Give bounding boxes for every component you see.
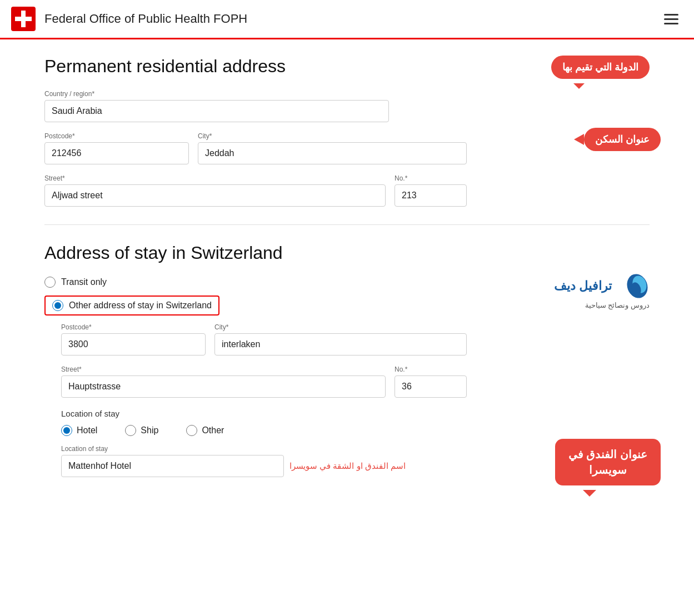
brand-logo: ترافيل ديف دروس ونصائح سياحية (554, 272, 650, 309)
ch-no-label: No.* (395, 365, 467, 373)
header-title: Federal Office of Public Health FOPH (44, 12, 660, 26)
transit-radio[interactable] (44, 277, 56, 288)
country-label: Country / region* (44, 90, 389, 98)
location-of-stay-title: Location of stay (61, 409, 650, 418)
ch-street-input[interactable] (61, 375, 386, 398)
hotel-option[interactable]: Hotel (61, 425, 97, 436)
menu-button[interactable] (660, 9, 683, 29)
ch-city-field-group: City* (214, 323, 467, 355)
hotel-label: Hotel (77, 425, 97, 435)
location-name-label: Location of stay (61, 445, 406, 453)
postcode-field-group: Postcode* (44, 132, 189, 164)
country-field-group: Country / region* (44, 90, 389, 122)
hotel-name-annotation: اسم الفندق او الشقة في سويسرا (289, 461, 406, 471)
brand-icon (616, 272, 650, 300)
no-field-group: No.* (395, 174, 467, 207)
ch-street-field-group: Street* (61, 365, 386, 398)
permanent-address-section: Permanent residential address Country / … (44, 56, 650, 207)
location-of-stay-section: Location of stay Hotel Ship (61, 409, 650, 477)
ch-city-input[interactable] (214, 333, 467, 355)
postcode-input[interactable] (44, 142, 189, 164)
other-label: Other (202, 425, 224, 435)
hotel-radio[interactable] (61, 425, 72, 436)
switzerland-address-fields: Postcode* City* Street* No.* (61, 323, 650, 477)
ch-no-field-group: No.* (395, 365, 467, 398)
brand-name: ترافيل ديف (554, 279, 612, 293)
swiss-logo (11, 7, 36, 31)
header: Federal Office of Public Health FOPH (0, 0, 694, 39)
other-address-option[interactable]: Other address of stay in Switzerland (44, 296, 219, 315)
city-field-group: City* (198, 132, 467, 164)
postcode-label: Postcode* (44, 132, 189, 140)
switzerland-address-title: Address of stay in Switzerland (44, 243, 650, 263)
country-input[interactable] (44, 100, 389, 122)
ch-postcode-label: Postcode* (61, 323, 206, 331)
location-name-input-row: اسم الفندق او الشقة في سويسرا (61, 455, 406, 477)
street-label: Street* (44, 174, 386, 182)
ship-radio[interactable] (125, 425, 136, 436)
ch-no-input[interactable] (395, 375, 467, 398)
svg-rect-2 (15, 17, 32, 21)
no-label: No.* (395, 174, 467, 182)
ship-option[interactable]: Ship (125, 425, 158, 436)
other-address-radio[interactable] (52, 300, 63, 311)
ship-label: Ship (141, 425, 158, 435)
other-radio[interactable] (186, 425, 197, 436)
ch-street-label: Street* (61, 365, 386, 373)
main-content: Permanent residential address Country / … (0, 39, 694, 504)
permanent-address-title: Permanent residential address (44, 56, 650, 77)
ch-postcode-input[interactable] (61, 333, 206, 355)
ch-city-label: City* (214, 323, 467, 331)
other-address-label: Other address of stay in Switzerland (69, 301, 212, 310)
location-radio-row: Hotel Ship Other (61, 425, 650, 436)
transit-label: Transit only (61, 277, 107, 287)
location-name-field-group: Location of stay اسم الفندق او الشقة في … (61, 445, 406, 477)
city-input[interactable] (198, 142, 467, 164)
street-input[interactable] (44, 184, 386, 207)
no-input[interactable] (395, 184, 467, 207)
other-option[interactable]: Other (186, 425, 224, 436)
location-name-input[interactable] (61, 455, 284, 477)
brand-subtitle: دروس ونصائح سياحية (585, 301, 650, 309)
section-divider (44, 224, 650, 225)
city-label: City* (198, 132, 467, 140)
ch-postcode-field-group: Postcode* (61, 323, 206, 355)
street-field-group: Street* (44, 174, 386, 207)
